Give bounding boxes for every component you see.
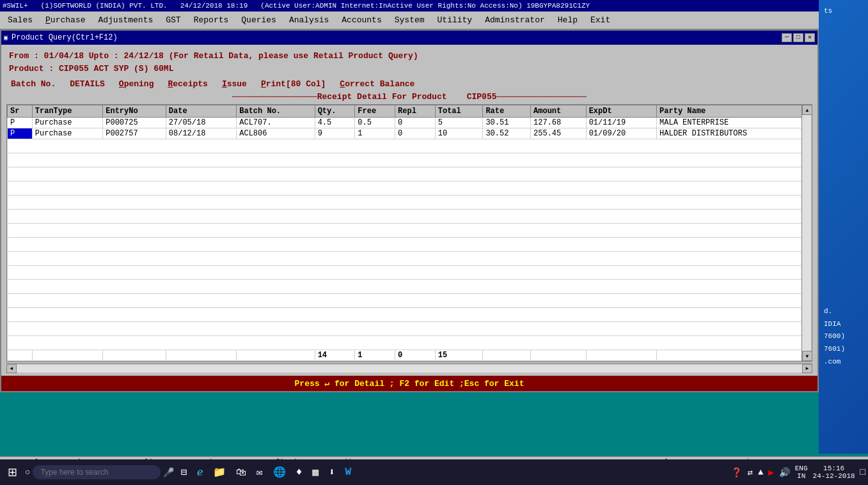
taskbar-mic-icon[interactable]: 🎤	[163, 467, 174, 478]
cell-batchno: ACL707.	[237, 118, 315, 128]
window-restore-btn[interactable]: □	[793, 33, 803, 42]
taskbar-volume-icon[interactable]: 🔊	[779, 467, 790, 478]
window-close-btn[interactable]: ✕	[805, 33, 815, 42]
col-rate: Rate	[483, 105, 531, 118]
info-area: From : 01/04/18 Upto : 24/12/18 (For Ret…	[4, 47, 815, 77]
menu-analysis[interactable]: Analysis	[284, 14, 334, 26]
menu-system[interactable]: System	[390, 14, 430, 26]
cell-entryno: P002757	[103, 128, 166, 139]
taskbar-network-icon[interactable]: ⇄	[747, 467, 752, 478]
table-row[interactable]: P Purchase P002757 08/12/18 ACL806 9 1 0…	[8, 128, 812, 139]
taskbar-app1-icon[interactable]: ♦	[292, 464, 306, 481]
cell-qty: 4.5	[315, 118, 355, 128]
cell-date: 08/12/18	[166, 128, 236, 139]
toolbar-opening[interactable]: Opening	[117, 79, 156, 89]
taskbar-notification-icon[interactable]: □	[860, 467, 865, 477]
cell-sr: P	[8, 128, 33, 139]
table-row-empty	[8, 167, 812, 181]
date-time: 24/12/2018 18:19	[180, 2, 248, 10]
total-trantype	[32, 350, 102, 361]
menu-sales[interactable]: Sales	[3, 14, 38, 26]
receipt-detail-header: ─────────────────Receipt Detail For Prod…	[4, 91, 815, 103]
taskbar-word-icon[interactable]: W	[342, 464, 356, 481]
table-row-empty	[8, 153, 812, 167]
taskbar-right: ❓ ⇄ ▲ ▶ 🔊 ENG IN 15:16 24-12-2018 □	[731, 465, 865, 480]
taskbar: ⊞ ○ 🎤 ⊟ ℯ 📁 🛍 ✉ 🌐 ♦ ▦ ⬇ W ❓ ⇄ ▲ ▶ 🔊 ENG …	[0, 459, 868, 485]
toolbar: Batch No. DETAILS Opening Receipts Issue…	[4, 77, 815, 91]
taskbar-app2-icon[interactable]: ▦	[308, 463, 322, 481]
cell-batchno: ACL806	[237, 128, 315, 139]
total-partyname	[657, 350, 812, 361]
table-totals-row: 14 1 0 15	[8, 350, 812, 361]
menu-help[interactable]: Help	[553, 14, 583, 26]
menu-accounts[interactable]: Accounts	[336, 14, 386, 26]
clock-date: 24-12-2018	[813, 472, 855, 480]
cell-qty: 9	[315, 128, 355, 139]
taskbar-task-icon[interactable]: ⊟	[177, 463, 191, 481]
table-row-empty	[8, 294, 812, 308]
toolbar-correct-balance[interactable]: Correct Balance	[338, 79, 416, 89]
right-background: ts d.IDIA7600)7601).com	[819, 0, 868, 454]
total-qty: 14	[315, 350, 355, 361]
taskbar-clock[interactable]: 15:16 24-12-2018	[813, 465, 855, 480]
col-free: Free	[355, 105, 395, 118]
total-date	[166, 350, 236, 361]
scroll-down-btn[interactable]: ▼	[802, 351, 812, 361]
taskbar-youtube-icon[interactable]: ▶	[768, 467, 773, 478]
horizontal-scrollbar[interactable]: ◄ ►	[6, 363, 812, 373]
scroll-up-btn[interactable]: ▲	[802, 105, 812, 115]
window-title: Product Query(Ctrl+F12)	[12, 33, 118, 42]
total-batchno	[237, 350, 315, 361]
title-bar-info: #SWIL+ (1)SOFTWORLD (INDIA) PVT. LTD. 24…	[3, 2, 590, 10]
taskbar-mail-icon[interactable]: ✉	[253, 463, 267, 481]
table-row-empty	[8, 266, 812, 280]
table-row[interactable]: P Purchase P000725 27/05/18 ACL707. 4.5 …	[8, 118, 812, 128]
menu-bar: Sales Purchase Adjustments GST Reports Q…	[0, 12, 868, 29]
app-name: #SWIL+	[3, 2, 28, 10]
total-rate	[483, 350, 531, 361]
clock-time: 15:16	[813, 465, 855, 472]
cell-expdt: 01/09/20	[586, 128, 656, 139]
taskbar-question-icon[interactable]: ❓	[731, 467, 742, 478]
total-sr	[8, 350, 33, 361]
table-row-empty	[8, 139, 812, 153]
table-row-empty	[8, 322, 812, 336]
menu-adminstrator[interactable]: Adminstrator	[480, 14, 550, 26]
main-window: ▣ Product Query(Ctrl+F12) ─ □ ✕ From : 0…	[0, 29, 819, 392]
taskbar-edge-icon[interactable]: ℯ	[193, 463, 207, 481]
taskbar-folder-icon[interactable]: 📁	[209, 463, 230, 481]
menu-adjustments[interactable]: Adjustments	[93, 14, 158, 26]
scroll-left-btn[interactable]: ◄	[6, 364, 17, 373]
date-range-info: From : 01/04/18 Upto : 24/12/18 (For Ret…	[9, 50, 810, 63]
col-date: Date	[166, 105, 236, 118]
taskbar-store-icon[interactable]: 🛍	[232, 464, 250, 481]
vertical-scrollbar[interactable]: ▲ ▼	[801, 105, 812, 361]
cell-amount: 255.45	[531, 128, 587, 139]
menu-purchase[interactable]: Purchase	[40, 14, 90, 26]
toolbar-issue[interactable]: Issue	[220, 79, 249, 89]
cell-rate: 30.52	[483, 128, 531, 139]
taskbar-expand-icon[interactable]: ▲	[758, 467, 763, 477]
taskbar-chrome-icon[interactable]: 🌐	[269, 463, 290, 481]
menu-exit[interactable]: Exit	[585, 14, 615, 26]
cell-trantype: Purchase	[32, 118, 102, 128]
menu-queries[interactable]: Queries	[236, 14, 281, 26]
taskbar-download-icon[interactable]: ⬇	[325, 463, 339, 481]
toolbar-details[interactable]: DETAILS	[68, 79, 107, 89]
total-total: 15	[435, 350, 483, 361]
window-minimize-btn[interactable]: ─	[782, 33, 792, 42]
toolbar-batchno[interactable]: Batch No.	[9, 79, 58, 89]
window-title-bar: ▣ Product Query(Ctrl+F12) ─ □ ✕	[1, 31, 817, 45]
toolbar-print[interactable]: Print[80 Col]	[259, 79, 327, 89]
menu-utility[interactable]: Utility	[432, 14, 478, 26]
table-row-empty	[8, 280, 812, 294]
menu-gst[interactable]: GST	[161, 14, 185, 26]
scroll-right-btn[interactable]: ►	[802, 364, 812, 373]
total-repl: 0	[395, 350, 436, 361]
start-button[interactable]: ⊞	[3, 463, 22, 482]
user-info: (Active User:ADMIN Internet:InActive Use…	[260, 2, 590, 10]
toolbar-receipts[interactable]: Receipts	[166, 79, 209, 89]
taskbar-search-input[interactable]	[33, 465, 161, 479]
cell-expdt: 01/11/19	[586, 118, 656, 128]
menu-reports[interactable]: Reports	[189, 14, 234, 26]
